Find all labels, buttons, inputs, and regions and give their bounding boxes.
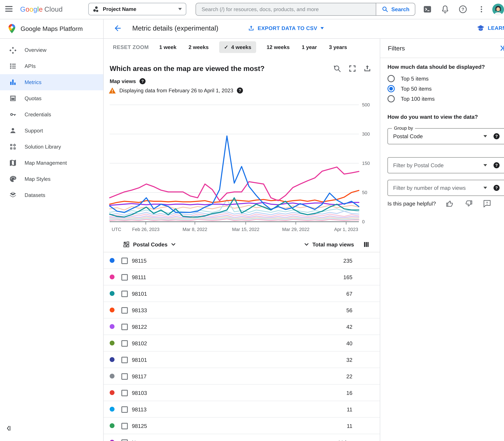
row-checkbox[interactable] [121, 274, 128, 281]
search-button[interactable]: Search [376, 3, 415, 15]
table-row[interactable]: 9810167 [104, 285, 380, 302]
filter-views-select[interactable]: Filter by number of map views ? [388, 180, 504, 196]
thumb-up-icon[interactable] [445, 199, 454, 208]
svg-text:150: 150 [362, 161, 370, 166]
quotas-icon [9, 94, 17, 102]
value-column-header[interactable]: Total map views [304, 241, 354, 248]
filter-postal-help-icon[interactable]: ? [493, 162, 500, 168]
row-checkbox[interactable] [121, 439, 128, 441]
warning-help-icon[interactable]: ? [237, 87, 243, 94]
postal-code-label: 98113 [132, 406, 147, 413]
sidebar-item-overview[interactable]: Overview [0, 42, 103, 58]
range-tab-label: 3 years [329, 44, 347, 50]
table-row[interactable]: 9810316 [104, 385, 380, 401]
logo-google: Google [20, 5, 43, 13]
thumb-down-icon[interactable] [464, 199, 473, 208]
feedback-icon[interactable] [483, 199, 491, 208]
table-row[interactable]: 9812511 [104, 418, 380, 434]
radio-icon[interactable] [388, 75, 395, 82]
collapse-panel-icon[interactable] [499, 45, 504, 51]
project-selector[interactable]: Project Name [88, 3, 186, 15]
row-checkbox[interactable] [121, 390, 128, 396]
postal-code-label: 98122 [132, 324, 147, 330]
menu-icon[interactable] [5, 6, 13, 13]
row-checkbox[interactable] [121, 423, 128, 429]
table-row[interactable]: 9813356 [104, 302, 380, 318]
table-row[interactable]: 98115235 [104, 252, 380, 269]
series-color-dot [110, 357, 114, 362]
row-checkbox[interactable] [121, 357, 128, 363]
group-by-select[interactable]: Group by Postal Code ? [388, 128, 504, 144]
sidebar-item-label: Overview [25, 47, 47, 53]
cloud-shell-icon[interactable] [423, 4, 432, 14]
sidebar-item-map-styles[interactable]: Map Styles [0, 171, 103, 187]
row-checkbox[interactable] [121, 324, 128, 330]
search-input[interactable] [201, 6, 371, 13]
metric-help-icon[interactable]: ? [140, 78, 145, 84]
radio-option-top-5-items[interactable]: Top 5 items [388, 75, 429, 82]
filter-postal-placeholder: Filter by Postal Code [393, 162, 444, 168]
view-question: How do you want to view the data? [388, 114, 478, 120]
radio-icon[interactable] [388, 95, 395, 102]
table-row[interactable]: 9811311 [104, 401, 380, 418]
sidebar-item-map-management[interactable]: Map Management [0, 155, 103, 171]
more-vert-icon[interactable] [477, 4, 486, 14]
back-arrow-icon[interactable] [113, 24, 122, 33]
table-row[interactable]: 98111165 [104, 269, 380, 285]
map-views-value: 42 [346, 324, 352, 330]
avatar[interactable] [492, 4, 504, 15]
sidebar-item-datasets[interactable]: Datasets [0, 187, 103, 203]
radio-option-top-100-items[interactable]: Top 100 items [388, 95, 435, 102]
reset-zoom-button[interactable]: RESET ZOOM [113, 44, 149, 50]
radio-option-top-50-items[interactable]: Top 50 items [388, 85, 432, 92]
collapse-sidebar-icon[interactable] [6, 425, 12, 431]
range-tab-12-weeks[interactable]: 12 weeks [265, 41, 291, 53]
sidebar-item-metrics[interactable]: Metrics [0, 74, 103, 90]
filter-views-help-icon[interactable]: ? [493, 185, 500, 191]
series-color-dot [110, 291, 114, 296]
table-footer-row[interactable]: Name Value [104, 434, 380, 441]
filters-title: Filters [388, 45, 405, 52]
learn-button[interactable]: LEARN [477, 25, 504, 32]
row-checkbox[interactable] [121, 258, 128, 264]
row-checkbox[interactable] [121, 340, 128, 347]
row-checkbox[interactable] [121, 406, 128, 413]
range-tab-1-week[interactable]: 1 week [158, 41, 178, 53]
table-row[interactable]: 9810132 [104, 351, 380, 368]
filter-postal-select[interactable]: Filter by Postal Code ? [388, 157, 504, 173]
sidebar-item-apis[interactable]: APIs [0, 58, 103, 74]
series-color-dot [110, 423, 114, 428]
table-row[interactable]: 9811722 [104, 368, 380, 385]
group-by-help-icon[interactable]: ? [493, 133, 500, 139]
columns-icon[interactable] [364, 242, 369, 247]
map-views-chart[interactable]: 050150300500Feb 26, 2023Mar 8, 2022Mar 1… [106, 102, 372, 237]
table-row[interactable]: 9812242 [104, 318, 380, 335]
export-chart-icon[interactable] [363, 64, 371, 73]
search-field[interactable] [196, 3, 376, 15]
google-cloud-logo: GoogleCloud [20, 5, 63, 13]
range-tab-4-weeks[interactable]: ✓4 weeks [219, 41, 256, 53]
range-tab-2-weeks[interactable]: 2 weeks [187, 41, 210, 53]
group-column-header[interactable]: Postal Codes [104, 241, 176, 248]
chevron-down-icon [321, 27, 324, 29]
notifications-icon[interactable] [440, 4, 450, 14]
zoom-reset-icon[interactable] [333, 64, 342, 73]
row-checkbox[interactable] [121, 307, 128, 314]
export-csv-label: EXPORT DATA TO CSV [258, 25, 317, 31]
range-tab-1-year[interactable]: 1 year [300, 41, 318, 53]
help-icon[interactable]: ? [458, 4, 468, 14]
map-views-value: 165 [343, 274, 352, 280]
radio-icon[interactable] [388, 85, 395, 92]
row-checkbox[interactable] [121, 373, 128, 380]
fullscreen-icon[interactable] [348, 64, 356, 73]
row-checkbox[interactable] [121, 291, 128, 297]
range-tab-3-years[interactable]: 3 years [327, 41, 349, 53]
table-row[interactable]: 9810240 [104, 335, 380, 351]
sidebar-item-solution-library[interactable]: Solution Library [0, 139, 103, 155]
sidebar-item-credentials[interactable]: Credentials [0, 106, 103, 123]
sidebar-item-quotas[interactable]: Quotas [0, 90, 103, 106]
export-csv-button[interactable]: EXPORT DATA TO CSV [248, 25, 324, 32]
table-header: Postal Codes Total map views [104, 237, 380, 252]
sidebar-item-support[interactable]: Support [0, 123, 103, 139]
time-range-toolbar: RESET ZOOM 1 week2 weeks✓4 weeks12 weeks… [104, 39, 380, 56]
